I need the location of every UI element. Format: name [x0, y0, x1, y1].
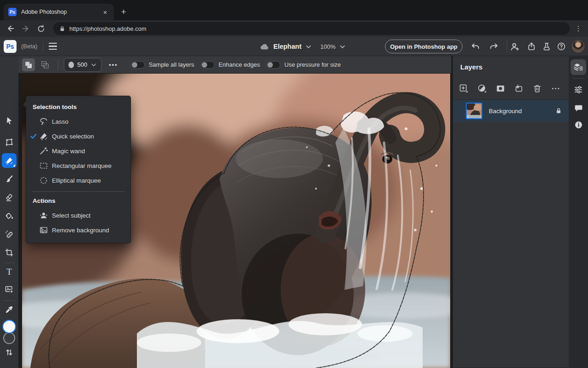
reload-icon[interactable] [35, 23, 47, 34]
background-color-swatch[interactable] [3, 332, 15, 344]
layer-thumbnail[interactable] [466, 103, 482, 119]
help-icon[interactable] [555, 40, 567, 52]
browser-menu-icon[interactable]: ⋮ [573, 24, 583, 33]
cloud-icon [260, 43, 270, 50]
fill-tool[interactable] [2, 208, 17, 223]
invite-people-icon[interactable] [509, 40, 520, 52]
screen: Ps Adobe Photoshop × + https://photoshop… [0, 0, 588, 368]
flyout-actions-header: Actions [26, 195, 130, 208]
remove-background-icon [39, 225, 48, 235]
transform-tool[interactable] [2, 135, 17, 150]
browser-tab-strip: Ps Adobe Photoshop × + [0, 0, 588, 20]
foreground-color-swatch[interactable] [2, 320, 16, 334]
brush-size-value: 500 [77, 61, 87, 68]
enhance-edges-toggle[interactable] [201, 61, 215, 69]
menu-item-select-subject[interactable]: Select subject [26, 208, 130, 223]
use-pressure-label: Use pressure for size [284, 61, 341, 68]
layers-panel-title: Layers [453, 56, 569, 71]
right-rail [569, 56, 588, 368]
divider [572, 78, 584, 79]
enhance-edges-label: Enhance edges [219, 61, 260, 68]
chevron-down-icon[interactable] [339, 43, 346, 50]
address-bar[interactable]: https://photoshop.adobe.com [53, 22, 570, 35]
share-icon[interactable] [526, 40, 537, 52]
back-icon[interactable] [5, 23, 17, 34]
magic-wand-icon [39, 146, 48, 155]
layers-panel-icon[interactable] [571, 59, 586, 75]
subtract-from-selection-mode-button[interactable] [39, 58, 51, 71]
menu-item-rectangular-marquee[interactable]: Rectangular marquee [26, 158, 130, 173]
move-tool[interactable] [2, 113, 17, 128]
divider [507, 40, 507, 52]
lasso-icon [39, 117, 48, 126]
add-layer-icon[interactable] [459, 84, 469, 93]
brush-size-dropdown[interactable]: 500 [64, 58, 102, 72]
hamburger-menu-icon[interactable] [49, 41, 60, 52]
layers-panel: Layers Background [453, 56, 569, 368]
undo-icon[interactable] [469, 40, 481, 52]
menu-item-remove-background[interactable]: Remove background [26, 223, 130, 237]
layer-more-options-icon[interactable] [551, 84, 560, 93]
quick-selection-tool[interactable] [2, 153, 17, 168]
divider [32, 191, 125, 192]
new-tab-button[interactable]: + [118, 6, 130, 18]
layer-lock-icon[interactable] [555, 107, 562, 115]
quick-selection-icon [39, 132, 48, 141]
tab-close-icon[interactable]: × [101, 8, 109, 16]
layer-row-background[interactable]: Background [453, 100, 569, 122]
browser-toolbar: https://photoshop.adobe.com ⋮ [0, 20, 588, 37]
rectangular-marquee-icon [39, 161, 48, 170]
healing-brush-tool[interactable] [2, 227, 17, 242]
tab-title: Adobe Photoshop [21, 9, 101, 15]
open-in-photoshop-app-button[interactable]: Open in Photoshop app [385, 40, 463, 53]
swap-colors-icon[interactable] [2, 345, 17, 360]
beta-label: (Beta) [21, 43, 37, 50]
use-pressure-toggle[interactable] [266, 61, 280, 69]
menu-item-lasso[interactable]: Lasso [26, 114, 130, 129]
layer-mask-icon[interactable] [496, 84, 505, 93]
layer-name: Background [489, 108, 555, 115]
comments-icon[interactable] [571, 100, 586, 116]
app-bar: Ps (Beta) Elephant 100% [0, 37, 588, 56]
chevron-down-icon [90, 62, 97, 68]
tool-rail: T [0, 56, 18, 368]
delete-layer-icon[interactable] [532, 84, 542, 93]
zoom-level[interactable]: 100% [320, 43, 335, 50]
forward-icon[interactable] [20, 23, 32, 34]
eyedropper-tool[interactable] [2, 302, 17, 317]
eraser-tool[interactable] [2, 190, 17, 205]
group-layers-icon[interactable] [514, 84, 524, 93]
menu-item-quick-selection[interactable]: Quick selection [26, 129, 130, 144]
document-name[interactable]: Elephant [273, 43, 301, 50]
photoshop-favicon: Ps [8, 8, 17, 16]
divider [4, 300, 15, 301]
browser-tab[interactable]: Ps Adobe Photoshop × [4, 4, 114, 20]
type-tool[interactable]: T [2, 264, 17, 279]
select-subject-icon [39, 211, 48, 220]
selection-tools-flyout: Selection tools Lasso Quick selection Ma… [26, 96, 131, 243]
lock-icon [59, 25, 66, 32]
url-text: https://photoshop.adobe.com [69, 25, 147, 32]
user-avatar[interactable] [572, 40, 584, 52]
more-options-icon[interactable]: ••• [109, 61, 118, 68]
adjustment-layer-icon[interactable] [477, 84, 487, 93]
redo-icon[interactable] [488, 40, 500, 52]
sample-all-layers-label: Sample all layers [149, 61, 194, 68]
chevron-down-icon[interactable] [305, 43, 312, 50]
menu-item-elliptical-marquee[interactable]: Elliptical marquee [26, 173, 130, 188]
crop-tool[interactable] [2, 245, 17, 260]
beta-feedback-flask-icon[interactable] [541, 40, 553, 52]
menu-item-magic-wand[interactable]: Magic wand [26, 144, 130, 158]
divider [58, 60, 58, 70]
add-to-selection-mode-button[interactable] [22, 58, 35, 71]
info-icon[interactable] [571, 117, 586, 132]
brush-preview-dot [68, 62, 74, 68]
elliptical-marquee-icon [39, 176, 48, 185]
adjustments-icon[interactable] [571, 82, 586, 98]
add-image-tool[interactable] [2, 282, 17, 297]
brush-tool[interactable] [2, 172, 17, 186]
flyout-tools-header: Selection tools [26, 101, 130, 114]
checkmark-icon [30, 132, 37, 140]
divider [43, 42, 43, 51]
sample-all-layers-toggle[interactable] [131, 61, 145, 69]
